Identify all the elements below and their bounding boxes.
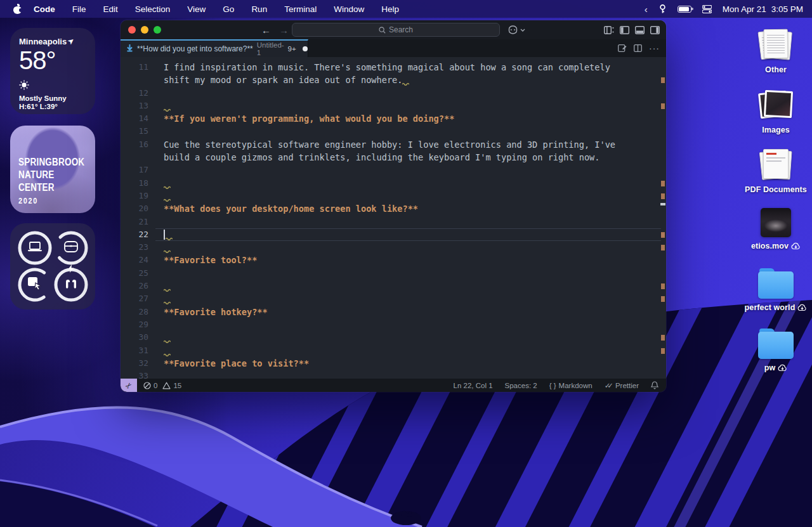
menu-item-go[interactable]: Go: [223, 4, 234, 14]
indentation-status[interactable]: Spaces: 2: [505, 382, 537, 389]
desktop-icon-label: pw: [764, 363, 788, 372]
menu-item-selection[interactable]: Selection: [135, 4, 171, 14]
chevron-left-icon[interactable]: ‹: [645, 4, 648, 15]
warnings-icon: [162, 382, 171, 389]
desktop-icon-images[interactable]: Images: [738, 88, 812, 134]
desktop-icon-perfect-world[interactable]: perfect world: [738, 268, 812, 312]
editor-line-16[interactable]: 16Cue the stereotypical software enginee…: [121, 138, 666, 151]
desktop-icon-pdf-documents[interactable]: PDF Documents: [738, 148, 812, 194]
open-changes-icon[interactable]: [618, 44, 627, 52]
toggle-panel-icon[interactable]: [635, 26, 645, 34]
menu-item-terminal[interactable]: Terminal: [284, 4, 317, 14]
more-actions-icon[interactable]: ···: [649, 43, 660, 53]
control-center-icon[interactable]: [702, 5, 712, 13]
menu-item-help[interactable]: Help: [381, 4, 399, 14]
formatter-status[interactable]: ✓✓ Prettier: [605, 381, 639, 390]
overview-ruler-warning-mark: [661, 245, 665, 250]
editor-line-14[interactable]: 14**If you weren't programming, what wou…: [121, 112, 666, 125]
problems-status[interactable]: 0 15: [143, 382, 181, 389]
editor-line-13[interactable]: 13: [121, 100, 666, 112]
toggle-primary-sidebar-icon[interactable]: [620, 26, 629, 34]
menu-item-window[interactable]: Window: [334, 4, 364, 14]
search-input[interactable]: Search: [292, 23, 500, 37]
date-label: Mon Apr 21: [723, 4, 766, 14]
editor-line-22[interactable]: 22: [121, 228, 666, 241]
menu-bar-clock[interactable]: Mon Apr 21 3:05 PM: [723, 4, 803, 14]
editor[interactable]: 11I find inspiration in music. There's s…: [121, 57, 666, 379]
icloud-download-icon: [778, 364, 787, 372]
editor-line-27[interactable]: 27: [121, 292, 666, 305]
remote-indicator[interactable]: ✂: [121, 379, 137, 392]
airpods-case-icon: [64, 241, 78, 255]
editor-line-21[interactable]: 21: [121, 216, 666, 228]
editor-line-11[interactable]: 11I find inspiration in music. There's s…: [121, 61, 666, 74]
editor-line-25[interactable]: 25: [121, 267, 666, 280]
overview-ruler-warning-mark: [661, 103, 665, 109]
copilot-menu[interactable]: [508, 25, 525, 34]
overview-ruler-warning-mark: [661, 296, 665, 302]
editor-line-17[interactable]: 17: [121, 164, 666, 176]
airpods-case-battery-ring[interactable]: [53, 230, 89, 266]
customize-layout-icon[interactable]: [604, 26, 614, 34]
menu-item-code[interactable]: Code: [34, 4, 55, 14]
editor-line-24[interactable]: 24**Favorite tool?**: [121, 254, 666, 266]
editor-line-18[interactable]: 18: [121, 177, 666, 190]
airpods-battery-ring[interactable]: [53, 266, 89, 303]
editor-line-30[interactable]: 30: [121, 331, 666, 344]
editor-line-20[interactable]: 20**What does your desktop/home screen l…: [121, 202, 666, 215]
zoom-window-button[interactable]: [154, 26, 161, 34]
tab-untitled-1[interactable]: **How did you get into software?** Untit…: [121, 39, 308, 57]
menu-item-edit[interactable]: Edit: [103, 4, 118, 14]
menu-item-view[interactable]: View: [187, 4, 206, 14]
cursor-position-status[interactable]: Ln 22, Col 1: [454, 382, 493, 389]
status-bar: ✂ 0 15 Ln 22, Col 1 Spaces: 2 { } Markdo…: [121, 379, 666, 392]
navigate-forward-icon[interactable]: →: [279, 25, 289, 36]
editor-line-26[interactable]: 26: [121, 280, 666, 292]
menu-item-run[interactable]: Run: [251, 4, 267, 14]
desktop-icon-label: Other: [765, 65, 787, 74]
close-window-button[interactable]: [128, 26, 136, 34]
tab-problems-badge: 9+: [288, 45, 296, 53]
warning-count: 15: [173, 382, 181, 389]
location-arrow-icon: ➤: [66, 36, 75, 46]
overview-ruler-warning-mark: [661, 335, 665, 341]
photo-widget[interactable]: SPRINGBROOK NATURE CENTER 2020: [10, 126, 95, 213]
double-check-icon: ✓✓: [605, 381, 610, 390]
battery-icon[interactable]: [678, 6, 691, 13]
split-editor-icon[interactable]: [634, 44, 642, 52]
trackpad-battery-ring[interactable]: [16, 266, 53, 303]
search-placeholder: Search: [389, 25, 413, 34]
minimize-window-button[interactable]: [141, 26, 148, 34]
vscode-titlebar[interactable]: ← → Search: [121, 20, 666, 39]
editor-line-32[interactable]: 32**Favorite place to visit?**: [121, 357, 666, 370]
editor-line-19[interactable]: 19: [121, 190, 666, 202]
editor-line-wrap[interactable]: shift my mood or spark an idea out of no…: [121, 74, 666, 86]
desktop-icon-pw[interactable]: pw: [738, 328, 812, 372]
editor-line-31[interactable]: 31: [121, 344, 666, 357]
desktop-icon-etios-mov[interactable]: etios.mov: [738, 208, 812, 250]
macbook-battery-ring[interactable]: [16, 230, 53, 266]
toggle-secondary-sidebar-icon[interactable]: [650, 26, 660, 34]
weather-widget[interactable]: Minneapolis ➤ 58° Mostly Sunny H:61° L:3…: [10, 28, 95, 114]
editor-line-28[interactable]: 28**Favorite hotkey?**: [121, 306, 666, 318]
desktop-icon-other[interactable]: Other: [738, 28, 812, 74]
editor-line-wrap[interactable]: build a couple gizmos and trinklets, inc…: [121, 151, 666, 164]
menu-item-file[interactable]: File: [72, 4, 86, 14]
photo-title-line1: SPRINGBROOK: [18, 156, 84, 169]
editor-line-29[interactable]: 29: [121, 318, 666, 331]
overview-ruler-warning-mark: [661, 181, 665, 186]
navigate-back-icon[interactable]: ←: [261, 25, 271, 36]
editor-line-12[interactable]: 12: [121, 87, 666, 100]
batteries-widget[interactable]: [10, 223, 95, 309]
overview-ruler-warning-mark: [661, 77, 665, 83]
overview-ruler[interactable]: [660, 57, 666, 379]
key-icon[interactable]: [658, 4, 667, 14]
language-mode-status[interactable]: { } Markdown: [549, 382, 593, 389]
overview-ruler-warning-mark: [661, 348, 665, 354]
editor-line-33[interactable]: 33: [121, 370, 666, 379]
editor-line-15[interactable]: 15: [121, 125, 666, 138]
notifications-bell-icon[interactable]: [651, 381, 658, 389]
unsaved-dot[interactable]: [303, 46, 308, 51]
editor-line-23[interactable]: 23: [121, 241, 666, 254]
apple-menu-icon[interactable]: [13, 4, 22, 14]
